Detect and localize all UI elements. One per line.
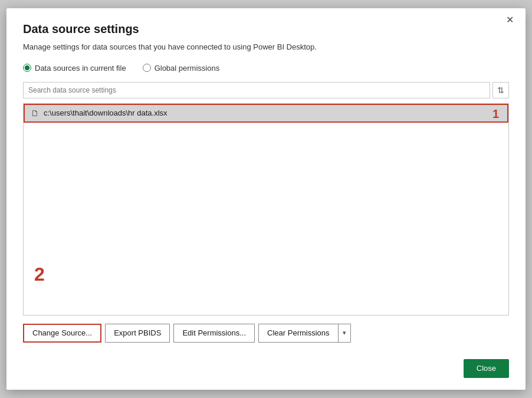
data-source-settings-dialog: ✕ Data source settings Manage settings f… [6,8,526,389]
file-path: c:\users\thait\downloads\hr data.xlsx [44,108,168,117]
clear-permissions-group: Clear Permissions ▾ [258,324,350,343]
radio-group: Data sources in current file Global perm… [23,64,509,73]
radio-current-file-input[interactable] [23,64,31,72]
clear-permissions-dropdown-button[interactable]: ▾ [338,324,351,343]
annotation-1: 1 [492,107,499,121]
radio-global-permissions-label: Global permissions [155,64,220,73]
export-pbids-button[interactable]: Export PBIDS [105,324,170,343]
radio-current-file-label: Data sources in current file [35,64,126,73]
clear-permissions-button[interactable]: Clear Permissions [258,324,337,343]
list-empty-area: 2 [24,123,508,300]
action-row: Change Source... Export PBIDS Edit Permi… [23,324,509,343]
radio-global-permissions-input[interactable] [143,64,151,72]
radio-current-file[interactable]: Data sources in current file [23,64,126,73]
dialog-description: Manage settings for data sources that yo… [23,42,509,52]
radio-global-permissions[interactable]: Global permissions [143,64,220,73]
bottom-row: Close [23,351,509,378]
datasource-item[interactable]: 🗋 c:\users\thait\downloads\hr data.xlsx … [24,104,508,123]
dialog-close-x-button[interactable]: ✕ [503,14,517,26]
search-input[interactable] [23,82,490,98]
edit-permissions-button[interactable]: Edit Permissions... [173,324,255,343]
dialog-title: Data source settings [23,22,509,36]
datasource-list: 🗋 c:\users\thait\downloads\hr data.xlsx … [23,103,509,315]
change-source-button[interactable]: Change Source... [23,324,101,343]
annotation-2: 2 [34,264,45,285]
sort-icon: ⇅ [497,85,504,95]
search-row: ⇅ [23,82,509,98]
file-icon: 🗋 [31,108,39,118]
sort-button[interactable]: ⇅ [492,82,509,98]
close-dialog-button[interactable]: Close [464,359,509,378]
